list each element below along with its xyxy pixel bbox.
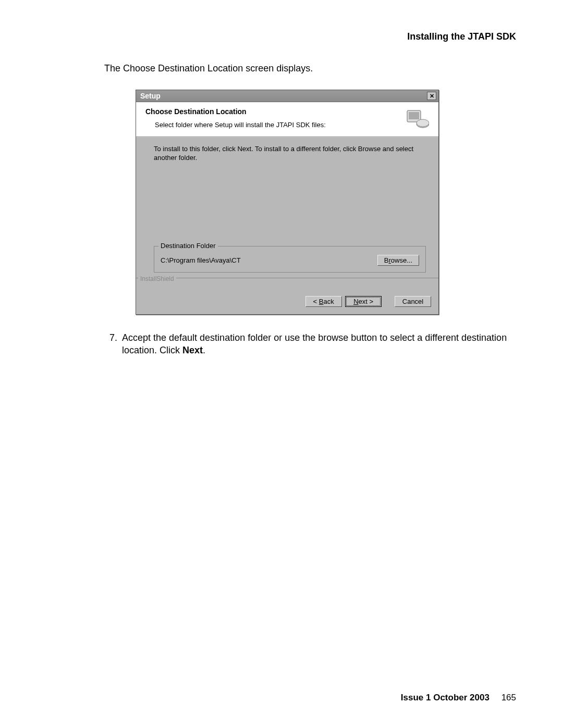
step-text-bold: Next (182, 345, 203, 355)
step-text-post: . (203, 345, 205, 355)
setup-dialog: Setup ✕ Choose Destination Location Sele… (136, 90, 439, 315)
next-button[interactable]: Next > (345, 296, 382, 307)
close-icon[interactable]: ✕ (427, 92, 436, 100)
dialog-buttons: < Back Next > Cancel (136, 292, 438, 314)
footer-page: 165 (501, 693, 516, 702)
footer-issue: Issue 1 October 2003 (401, 693, 489, 702)
destination-path: C:\Program files\Avaya\CT (161, 256, 241, 264)
destination-folder-group: Destination Folder C:\Program files\Avay… (154, 246, 426, 273)
installshield-brand: InstallShield (138, 275, 176, 282)
svg-point-3 (417, 119, 429, 127)
back-button[interactable]: < Back (305, 296, 342, 307)
step-number: 7. (109, 331, 122, 357)
dialog-header-panel: Choose Destination Location Select folde… (136, 102, 438, 137)
step-text: Accept the default destination folder or… (122, 331, 511, 357)
browse-button[interactable]: Browse... (377, 255, 419, 266)
cancel-button[interactable]: Cancel (395, 296, 431, 307)
dialog-title: Setup (140, 92, 161, 100)
installer-icon (405, 107, 429, 129)
groupbox-label: Destination Folder (158, 242, 218, 250)
section-header: Installing the JTAPI SDK (47, 31, 516, 42)
dialog-subheading: Select folder where Setup will install t… (155, 121, 326, 129)
page-footer: Issue 1 October 2003 165 (401, 693, 516, 703)
step-text-pre: Accept the default destination folder or… (122, 332, 507, 355)
svg-rect-1 (409, 112, 419, 119)
step-7: 7. Accept the default destination folder… (109, 331, 511, 357)
dialog-instruction: To install to this folder, click Next. T… (154, 145, 426, 163)
dialog-body: To install to this folder, click Next. T… (136, 137, 438, 292)
titlebar: Setup ✕ (136, 90, 438, 102)
intro-text: The Choose Destination Location screen d… (104, 63, 516, 74)
dialog-heading: Choose Destination Location (145, 107, 326, 116)
